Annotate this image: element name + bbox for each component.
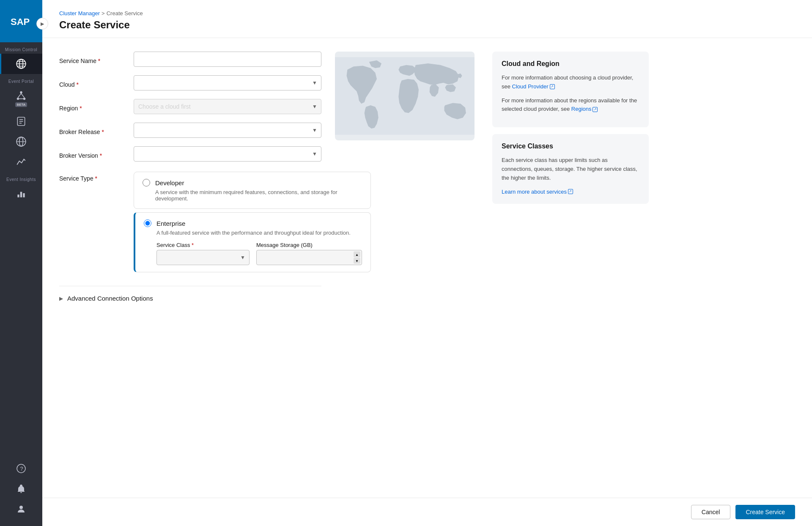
service-type-label: Service Type *: [59, 172, 127, 182]
svg-text:SAP: SAP: [11, 16, 30, 27]
region-row: Region * Choose a cloud first ▼: [59, 99, 321, 114]
globe2-icon: [15, 136, 27, 148]
sidebar-bottom: ?: [0, 458, 42, 526]
breadcrumb: Cluster Manager > Create Service: [59, 10, 795, 16]
cloud-control: ▼: [134, 75, 321, 90]
sidebar-item-event-insights[interactable]: [0, 184, 42, 204]
developer-card-header: Developer: [143, 179, 362, 186]
sidebar: SAP ▶ Mission Control Event Portal BETA: [0, 0, 42, 526]
sidebar-toggle-button[interactable]: ▶: [36, 18, 48, 30]
service-name-row: Service Name *: [59, 52, 321, 67]
broker-release-select-wrapper: ▼: [134, 123, 321, 138]
broker-version-label: Broker Version *: [59, 149, 127, 159]
svg-point-7: [20, 91, 22, 93]
message-storage-input[interactable]: [256, 250, 362, 265]
service-type-required: *: [93, 175, 97, 182]
developer-radio-title: Developer: [155, 179, 184, 186]
cloud-provider-link[interactable]: Cloud Provider ↗: [512, 82, 555, 91]
broker-release-label: Broker Release *: [59, 125, 127, 135]
service-class-select[interactable]: [156, 250, 250, 265]
message-storage-spinners: ▲ ▼: [354, 252, 360, 264]
enterprise-radio-title: Enterprise: [156, 220, 185, 227]
svg-rect-22: [23, 193, 25, 197]
globe-icon: [15, 58, 27, 70]
right-info-panels: Cloud and Region For more information ab…: [492, 52, 649, 302]
cloud-provider-text: For more information about choosing a cl…: [502, 74, 639, 91]
main-content: Cluster Manager > Create Service Create …: [42, 0, 812, 526]
service-name-control: [134, 52, 321, 67]
cancel-button[interactable]: Cancel: [691, 505, 731, 519]
form-footer: Cancel Create Service: [42, 498, 812, 526]
region-label: Region *: [59, 101, 127, 112]
svg-point-25: [19, 506, 23, 509]
event-portal-section-label: Event Portal: [0, 74, 42, 85]
broker-version-required: *: [98, 152, 102, 159]
sidebar-item-cluster-manager[interactable]: [0, 54, 42, 74]
cloud-select[interactable]: [134, 75, 321, 90]
advanced-connection-label: Advanced Connection Options: [67, 295, 153, 302]
sidebar-item-event-portal[interactable]: BETA: [0, 85, 42, 111]
sidebar-item-analytics[interactable]: [0, 152, 42, 172]
breadcrumb-current: Create Service: [107, 10, 143, 16]
cloud-select-wrapper: ▼: [134, 75, 321, 90]
broker-release-select[interactable]: [134, 123, 321, 138]
chart-icon: [15, 156, 27, 168]
sap-logo-svg: SAP: [8, 14, 34, 29]
docs-icon: [15, 115, 27, 127]
advanced-connection-toggle[interactable]: ▶ Advanced Connection Options: [59, 295, 321, 302]
form-content: Service Name * Cloud *: [42, 38, 812, 498]
event-insights-section-label: Event Insights: [0, 172, 42, 184]
region-select[interactable]: Choose a cloud first: [134, 99, 321, 114]
svg-line-11: [21, 93, 25, 98]
help-button[interactable]: ?: [0, 458, 42, 479]
breadcrumb-separator: >: [102, 10, 105, 16]
world-map: [335, 52, 475, 140]
sidebar-item-global-ops[interactable]: [0, 132, 42, 152]
service-classes-panel-title: Service Classes: [502, 142, 639, 150]
broker-release-row: Broker Release * ▼: [59, 123, 321, 138]
enterprise-radio-input[interactable]: [144, 219, 151, 227]
broker-release-required: *: [100, 129, 104, 135]
service-name-required: *: [96, 58, 100, 64]
service-classes-info-panel: Service Classes Each service class has u…: [492, 134, 649, 203]
service-name-input[interactable]: [134, 52, 321, 67]
message-storage-input-wrapper: ▲ ▼: [256, 250, 362, 265]
message-storage-decrement[interactable]: ▼: [354, 258, 360, 264]
svg-text:?: ?: [20, 466, 23, 472]
regions-text: For more information about the regions a…: [502, 96, 639, 114]
advanced-chevron-icon: ▶: [59, 296, 63, 301]
form-left: Service Name * Cloud *: [59, 52, 321, 302]
region-required: *: [78, 105, 82, 112]
message-storage-increment[interactable]: ▲: [354, 252, 360, 258]
learn-more-services-link[interactable]: Learn more about services ↗: [502, 189, 573, 195]
cloud-label: Cloud *: [59, 78, 127, 88]
region-select-wrapper: Choose a cloud first ▼: [134, 99, 321, 114]
sidebar-item-docs[interactable]: [0, 111, 42, 132]
broker-release-control: ▼: [134, 123, 321, 138]
create-service-button[interactable]: Create Service: [735, 505, 795, 519]
service-name-label: Service Name *: [59, 54, 127, 64]
cloud-required: *: [75, 81, 79, 88]
service-class-field-label: Service Class *: [156, 242, 250, 248]
svg-rect-21: [20, 192, 22, 197]
broker-version-row: Broker Version * ▼: [59, 146, 321, 162]
regions-link[interactable]: Regions ↗: [571, 105, 598, 114]
cloud-row: Cloud * ▼: [59, 75, 321, 90]
user-profile-button[interactable]: [0, 499, 42, 519]
page-title: Create Service: [59, 19, 795, 31]
breadcrumb-parent-link[interactable]: Cluster Manager: [59, 10, 100, 16]
enterprise-card-header: Enterprise: [144, 219, 362, 227]
sap-logo-area: SAP: [0, 0, 42, 42]
developer-radio-desc: A service with the minimum required feat…: [143, 189, 362, 202]
developer-radio-input[interactable]: [143, 179, 150, 186]
service-class-select-wrapper: ▼: [156, 250, 250, 265]
form-grid: Service Name * Cloud *: [59, 52, 795, 302]
bar-chart-icon: [15, 188, 27, 200]
svg-rect-20: [17, 195, 19, 197]
mission-control-section-label: Mission Control: [0, 42, 42, 54]
world-map-svg: [335, 52, 475, 140]
notifications-button[interactable]: [0, 479, 42, 499]
network-icon: [15, 90, 27, 101]
broker-version-select[interactable]: [134, 146, 321, 162]
page-header: Cluster Manager > Create Service Create …: [42, 0, 812, 38]
